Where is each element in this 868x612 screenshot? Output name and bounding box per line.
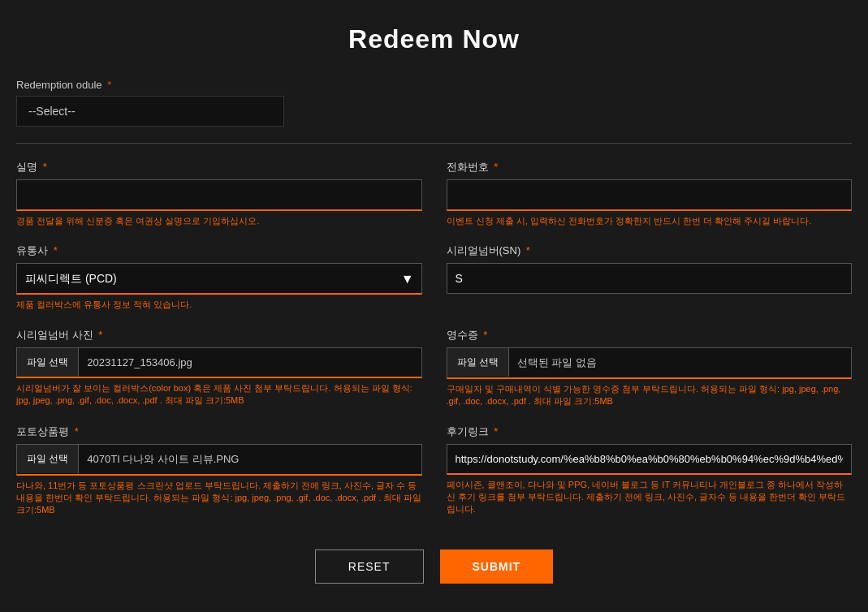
serial-photo-label: 시리얼넘버 사진 * xyxy=(16,328,422,343)
review-link-label: 후기링크 * xyxy=(447,425,853,439)
button-row: RESET SUBMIT xyxy=(16,550,852,584)
serial-photo-file-name: 20231127_153406.jpg xyxy=(79,349,421,376)
serial-photo-file-button[interactable]: 파일 선택 xyxy=(17,348,79,377)
receipt-file-row: 파일 선택 선택된 파일 없음 xyxy=(447,347,853,379)
redemption-required-marker: * xyxy=(107,79,111,91)
receipt-file-name: 선택된 파일 없음 xyxy=(509,348,851,377)
product-photo-field: 포토상품평 * 파일 선택 4070TI 다나와 사이트 리뷰.PNG 다나와,… xyxy=(16,425,422,517)
distributor-label: 유통사 * xyxy=(16,244,422,258)
product-photo-file-name: 4070TI 다나와 사이트 리뷰.PNG xyxy=(79,445,421,474)
serial-photo-field: 시리얼넘버 사진 * 파일 선택 20231127_153406.jpg 시리얼… xyxy=(16,328,422,408)
serial-number-input[interactable] xyxy=(447,263,853,294)
receipt-field: 영수증 * 파일 선택 선택된 파일 없음 구매일자 및 구매내역이 식별 가능… xyxy=(447,328,853,408)
redemption-module-section: Redemption odule * --Select-- xyxy=(16,79,852,127)
phone-hint: 이벤트 신청 제출 시, 입력하신 전화번호가 정확한지 반드시 한번 더 확인… xyxy=(447,215,853,227)
serial-photo-file-row: 파일 선택 20231127_153406.jpg xyxy=(16,347,422,378)
real-name-hint: 경품 전달을 위해 신분증 혹은 여권상 실명으로 기입하십시오. xyxy=(16,215,422,227)
product-photo-file-button[interactable]: 파일 선택 xyxy=(17,445,79,473)
distributor-dropdown-wrapper: 피씨디렉트 (PCD) ▼ xyxy=(16,263,422,295)
distributor-select[interactable]: 피씨디렉트 (PCD) xyxy=(16,263,422,295)
redemption-module-select[interactable]: --Select-- xyxy=(16,96,284,127)
section-divider xyxy=(16,143,852,144)
receipt-hint: 구매일자 및 구매내역이 식별 가능한 영수증 첨부 부탁드립니다. 허용되는 … xyxy=(447,383,853,408)
phone-input[interactable] xyxy=(447,179,853,211)
review-link-hint: 페이시즌, 클앤조이, 다나와 및 PPG, 네이버 블로그 등 IT 커뮤니티… xyxy=(447,479,853,516)
review-link-input[interactable] xyxy=(447,444,853,475)
serial-number-label: 시리얼넘버(SN) * xyxy=(447,244,853,258)
review-link-field: 후기링크 * 페이시즌, 클앤조이, 다나와 및 PPG, 네이버 블로그 등 … xyxy=(447,425,853,517)
receipt-label: 영수증 * xyxy=(447,328,853,343)
real-name-label: 실명 * xyxy=(16,160,422,175)
page-container: Redeem Now Redemption odule * --Select--… xyxy=(0,0,868,612)
real-name-field: 실명 * 경품 전달을 위해 신분증 혹은 여권상 실명으로 기입하십시오. xyxy=(16,160,422,227)
form-grid: 실명 * 경품 전달을 위해 신분증 혹은 여권상 실명으로 기입하십시오. 전… xyxy=(16,160,852,517)
real-name-input[interactable] xyxy=(16,179,422,211)
phone-label: 전화번호 * xyxy=(447,160,853,175)
product-photo-file-row: 파일 선택 4070TI 다나와 사이트 리뷰.PNG xyxy=(16,444,422,476)
submit-button[interactable]: SUBMIT xyxy=(440,550,554,584)
page-title: Redeem Now xyxy=(16,24,852,54)
receipt-file-button[interactable]: 파일 선택 xyxy=(447,348,509,377)
distributor-hint: 제품 컬러박스에 유통사 정보 적혀 있습니다. xyxy=(16,299,422,311)
product-photo-hint: 다나와, 11번가 등 포토상품평 스크린샷 업로드 부탁드립니다. 제출하기 … xyxy=(16,480,422,517)
phone-field: 전화번호 * 이벤트 신청 제출 시, 입력하신 전화번호가 정확한지 반드시 … xyxy=(447,160,853,227)
serial-photo-hint: 시리얼넘버가 잘 보이는 컬러박스(color box) 혹은 제품 사진 첨부… xyxy=(16,382,422,407)
reset-button[interactable]: RESET xyxy=(315,550,424,584)
distributor-field: 유통사 * 피씨디렉트 (PCD) ▼ 제품 컬러박스에 유통사 정보 적혀 있… xyxy=(16,244,422,311)
serial-number-field: 시리얼넘버(SN) * xyxy=(447,244,853,311)
product-photo-label: 포토상품평 * xyxy=(16,425,422,439)
redemption-module-label: Redemption odule * xyxy=(16,79,852,91)
